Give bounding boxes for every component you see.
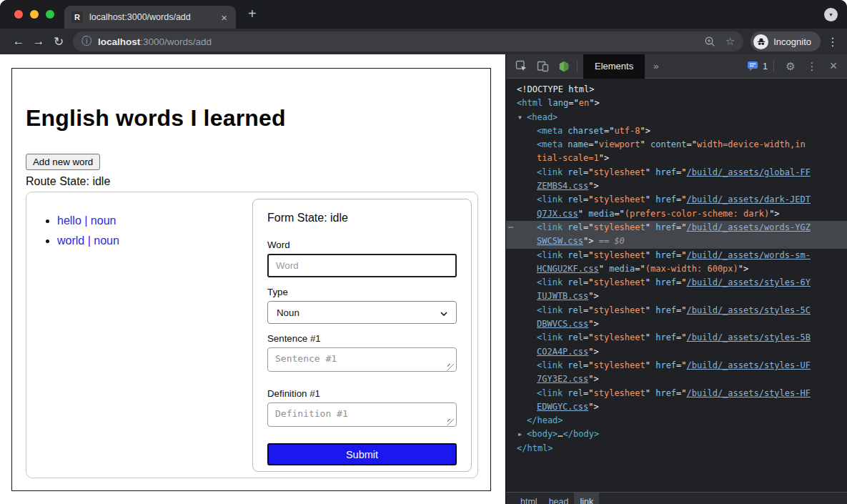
device-toolbar-button[interactable] — [532, 56, 553, 77]
collapse-arrow-icon[interactable]: ▼ — [518, 111, 522, 124]
dom-tree-node[interactable]: </html> — [506, 442, 847, 455]
expand-arrow-icon[interactable]: ▶ — [518, 428, 522, 441]
type-select[interactable]: Noun — [267, 301, 457, 324]
window-controls — [14, 10, 54, 19]
url-path: :3000/words/add — [140, 36, 212, 47]
dom-tree-node[interactable]: ▼<head> — [506, 111, 847, 124]
tab-elements[interactable]: Elements — [583, 54, 645, 79]
browser-menu-button[interactable]: ⋮ — [827, 35, 838, 49]
url-text: localhost:3000/words/add — [98, 36, 212, 47]
back-button[interactable]: ← — [9, 34, 29, 49]
dom-tree-node[interactable]: DBWVCS.css"> — [506, 317, 847, 331]
url-host: localhost — [98, 36, 140, 47]
forward-button[interactable]: → — [29, 34, 49, 49]
word-input[interactable] — [267, 254, 457, 277]
more-tabs-icon[interactable]: » — [653, 61, 658, 71]
browser-window: R localhost:3000/words/add × + ▼ ← → ↻ ⓘ… — [0, 0, 847, 504]
dom-tree-node[interactable]: <link rel="stylesheet" href="/build/_ass… — [506, 193, 847, 207]
page-title: English words I learned — [26, 105, 490, 132]
dom-tree-node[interactable]: <link rel="stylesheet" href="/build/_ass… — [506, 331, 847, 345]
form-state-text: Form State: idle — [267, 212, 457, 224]
devtools-panel: Elements » 1 ⚙ ⋮ × <!DOCTYPE html><html … — [505, 54, 847, 504]
incognito-label: Incognito — [773, 36, 811, 47]
dom-tree-node[interactable]: tial-scale=1"> — [506, 152, 847, 165]
tab-strip: R localhost:3000/words/add × + ▼ — [0, 0, 847, 29]
dom-tree-node[interactable]: <link rel="stylesheet" href="/build/_ass… — [506, 359, 847, 372]
devtools-close-icon[interactable]: × — [823, 56, 844, 77]
issues-button[interactable]: 1 — [747, 61, 768, 71]
words-panel: hello | nounworld | noun Form State: idl… — [26, 192, 478, 478]
dom-tree: <!DOCTYPE html><html lang="en">▼<head><m… — [506, 79, 847, 491]
devtools-breadcrumbs: htmlheadlink — [506, 492, 847, 504]
window-dropdown-button[interactable]: ▼ — [824, 8, 838, 21]
zoom-icon[interactable] — [704, 36, 715, 47]
resize-grip-icon[interactable] — [447, 419, 454, 425]
dom-tree-node[interactable]: <link rel="stylesheet" href="/build/_ass… — [506, 387, 847, 400]
dom-tree-node[interactable]: IUJWTB.css"> — [506, 290, 847, 303]
node-overflow-dots-icon[interactable]: ⋯ — [508, 221, 513, 234]
sentence-field-label: Sentence #1 — [267, 333, 457, 344]
minimize-window-button[interactable] — [30, 10, 39, 19]
extension-hexagon-icon[interactable] — [553, 56, 575, 77]
word-link[interactable]: world | noun — [57, 234, 119, 247]
chevron-down-icon — [440, 307, 447, 318]
tab-title: localhost:3000/words/add — [89, 12, 219, 22]
type-field-label: Type — [267, 287, 457, 297]
breadcrumb-item[interactable]: head — [543, 493, 575, 504]
devtools-toolbar: Elements » 1 ⚙ ⋮ × — [506, 54, 847, 79]
close-window-button[interactable] — [14, 10, 23, 19]
dom-tree-node[interactable]: <link rel="stylesheet" href="/build/_ass… — [506, 166, 847, 179]
page-viewport: English words I learned Add new word Rou… — [0, 54, 505, 504]
definition-field-label: Definition #1 — [267, 388, 457, 399]
breadcrumb-item[interactable]: html — [515, 493, 543, 504]
dom-tree-node[interactable]: CO2A4P.css"> — [506, 345, 847, 359]
dom-tree-node[interactable]: <meta charset="utf-8"> — [506, 124, 847, 138]
type-select-value: Noun — [277, 307, 299, 318]
dom-tree-node[interactable]: ZEMBS4.css"> — [506, 179, 847, 193]
dom-tree-node[interactable]: <!DOCTYPE html> — [506, 83, 847, 97]
dom-tree-node[interactable]: <meta name="viewport" content="width=dev… — [506, 138, 847, 152]
dom-tree-node[interactable]: <link rel="stylesheet" href="/build/_ass… — [506, 249, 847, 262]
maximize-window-button[interactable] — [46, 10, 54, 19]
word-field-label: Word — [267, 239, 457, 250]
dom-tree-node[interactable]: <link rel="stylesheet" href="/build/_ass… — [506, 276, 847, 290]
remix-favicon-icon: R — [71, 11, 83, 23]
route-state-text: Route State: idle — [26, 175, 490, 188]
issues-count: 1 — [763, 61, 768, 71]
browser-toolbar: ← → ↻ ⓘ localhost:3000/words/add ☆ Incog… — [0, 29, 847, 54]
dom-tree-node[interactable]: <html lang="en"> — [506, 97, 847, 110]
incognito-icon — [753, 34, 768, 49]
incognito-badge: Incognito — [751, 31, 821, 51]
bookmark-star-icon[interactable]: ☆ — [725, 35, 735, 48]
dom-tree-node[interactable]: </head> — [506, 414, 847, 428]
inspect-element-button[interactable] — [510, 56, 532, 77]
add-word-form: Form State: idle Word Type Noun Sentence… — [252, 199, 472, 472]
word-link[interactable]: hello | noun — [57, 214, 116, 227]
dom-tree-node[interactable]: <link rel="stylesheet" href="/build/_ass… — [506, 304, 847, 317]
settings-gear-icon[interactable]: ⚙ — [780, 56, 801, 77]
submit-button[interactable]: Submit — [267, 443, 457, 465]
page-content-box: English words I learned Add new word Rou… — [11, 68, 491, 491]
reload-button[interactable]: ↻ — [49, 34, 69, 49]
dom-tree-node[interactable]: Q7JX.css" media="(prefers-color-scheme: … — [506, 207, 847, 221]
add-new-word-button[interactable]: Add new word — [26, 154, 100, 170]
address-bar[interactable]: ⓘ localhost:3000/words/add ☆ — [73, 31, 743, 51]
devtools-menu-icon[interactable]: ⋮ — [801, 56, 823, 77]
breadcrumb-item[interactable]: link — [574, 493, 599, 504]
dom-tree-node[interactable]: SWCSW.css"> == $0 — [506, 234, 847, 248]
sentence-textarea[interactable] — [267, 347, 457, 372]
dom-tree-node[interactable]: ▶<body>…</body> — [506, 428, 847, 441]
tab-close-icon[interactable]: × — [219, 12, 229, 23]
issues-bubble-icon — [747, 61, 758, 71]
site-info-icon[interactable]: ⓘ — [81, 35, 91, 48]
dom-tree-node[interactable]: 7GY3E2.css"> — [506, 372, 847, 386]
new-tab-button[interactable]: + — [248, 6, 257, 22]
dom-tree-node[interactable]: ⋯<link rel="stylesheet" href="/build/_as… — [506, 221, 847, 234]
definition-textarea[interactable] — [267, 402, 457, 427]
dom-tree-node[interactable]: HCNGU2KF.css" media="(max-width: 600px)"… — [506, 262, 847, 276]
resize-grip-icon[interactable] — [447, 364, 454, 370]
browser-tab[interactable]: R localhost:3000/words/add × — [64, 6, 236, 29]
dom-tree-node[interactable]: EDWGYC.css"> — [506, 400, 847, 414]
